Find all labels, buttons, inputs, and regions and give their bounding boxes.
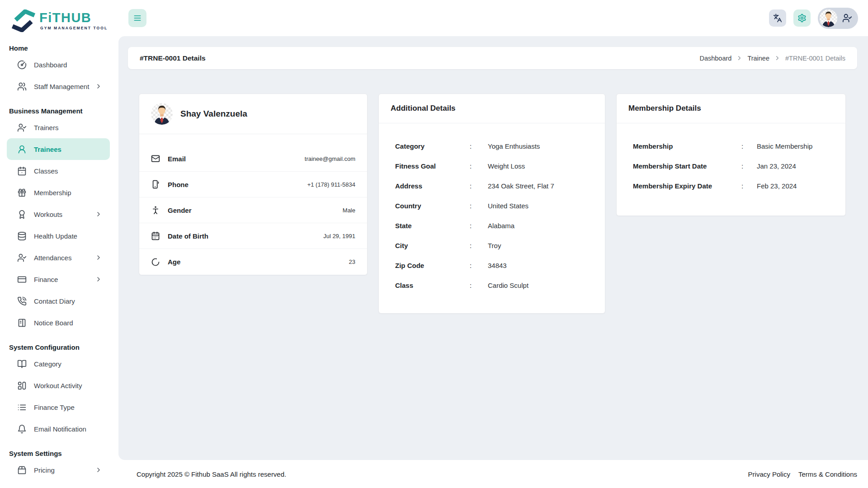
sidebar-item-label: Health Update bbox=[34, 232, 77, 240]
sidebar-item-finance-type[interactable]: Finance Type bbox=[0, 396, 118, 418]
profile-row-phone: Phone +1 (178) 911-5834 bbox=[139, 172, 367, 197]
profile-row-value: Jul 29, 1991 bbox=[323, 233, 355, 239]
detail-row-city: City : Troy bbox=[395, 235, 589, 255]
main-area: #TRNE-0001 Details DashboardTrainee#TRNE… bbox=[118, 0, 868, 488]
chevron-right-icon bbox=[95, 466, 102, 474]
detail-row-colon: : bbox=[470, 242, 488, 249]
profile-row-gender: Gender Male bbox=[139, 197, 367, 223]
detail-row-colon: : bbox=[741, 142, 757, 150]
detail-row-label: Category bbox=[395, 142, 470, 150]
detail-row-fitness-goal: Fitness Goal : Weight Loss bbox=[395, 156, 589, 176]
sidebar-section-system-configuration: System Configuration bbox=[0, 343, 118, 351]
detail-row-value: Yoga Enthusiasts bbox=[488, 142, 589, 150]
sidebar-item-trainers[interactable]: Trainers bbox=[0, 117, 118, 138]
detail-row-colon: : bbox=[470, 162, 488, 170]
detail-row-value: Alabama bbox=[488, 222, 589, 230]
sidebar-item-pricing[interactable]: Pricing bbox=[0, 459, 118, 481]
sidebar-item-finance[interactable]: Finance bbox=[0, 268, 118, 290]
sidebar-item-workout-activity[interactable]: Workout Activity bbox=[0, 375, 118, 396]
detail-row-membership: Membership : Basic Membership bbox=[633, 136, 829, 156]
user-icon bbox=[17, 145, 27, 154]
sidebar-section-home: Home bbox=[0, 44, 118, 52]
detail-row-label: Country bbox=[395, 202, 470, 210]
profile-row-label: Date of Birth bbox=[168, 232, 208, 240]
detail-row-label: Membership bbox=[633, 142, 741, 150]
gauge-icon bbox=[17, 60, 27, 70]
footer-links: Privacy PolicyTerms & Conditions bbox=[748, 470, 857, 478]
sidebar-item-trainees[interactable]: Trainees bbox=[7, 138, 110, 160]
sidebar-item-label: Category bbox=[34, 360, 61, 368]
footer-link-privacy-policy[interactable]: Privacy Policy bbox=[748, 470, 790, 478]
user-avatar bbox=[820, 9, 837, 27]
topbar bbox=[118, 0, 868, 36]
calendar-icon bbox=[17, 166, 27, 176]
loader-icon bbox=[151, 258, 160, 267]
detail-row-country: Country : United States bbox=[395, 196, 589, 216]
profile-row-value: +1 (178) 911-5834 bbox=[307, 181, 355, 188]
sidebar-item-dashboard[interactable]: Dashboard bbox=[0, 54, 118, 75]
trainee-profile-card: Shay Valenzuela Email trainee@gmail.com … bbox=[139, 94, 368, 275]
package-icon bbox=[17, 465, 27, 475]
notebook-icon bbox=[17, 318, 27, 328]
breadcrumb-item-trainee[interactable]: Trainee bbox=[747, 55, 769, 62]
chevron-right-icon bbox=[95, 211, 102, 218]
detail-row-colon: : bbox=[741, 162, 757, 170]
translate-button[interactable] bbox=[769, 9, 786, 27]
sidebar-item-notice-board[interactable]: Notice Board bbox=[0, 312, 118, 333]
sidebar-item-email-notification[interactable]: Email Notification bbox=[0, 418, 118, 440]
content-area: #TRNE-0001 Details DashboardTrainee#TRNE… bbox=[118, 36, 868, 460]
membership-details-card: Membership Details Membership : Basic Me… bbox=[616, 94, 846, 216]
detail-row-colon: : bbox=[470, 202, 488, 210]
additional-details-title: Additional Details bbox=[379, 94, 605, 123]
footer: Copyright 2025 © Fithub SaaS All rights … bbox=[118, 460, 868, 488]
detail-row-value: Weight Loss bbox=[488, 162, 589, 170]
sidebar-item-classes[interactable]: Classes bbox=[0, 160, 118, 182]
detail-row-zip-code: Zip Code : 34843 bbox=[395, 255, 589, 275]
menu-button[interactable] bbox=[128, 9, 146, 27]
page-header: #TRNE-0001 Details DashboardTrainee#TRNE… bbox=[128, 47, 857, 69]
detail-row-colon: : bbox=[470, 142, 488, 150]
detail-row-value: Troy bbox=[488, 242, 589, 249]
sidebar-section-system-settings: System Settings bbox=[0, 450, 118, 457]
sidebar-item-category[interactable]: Category bbox=[0, 353, 118, 375]
sidebar-item-staff-management[interactable]: Staff Management bbox=[0, 75, 118, 97]
brand-logo[interactable]: FiTHUB GYM MANAGEMENT TOOL bbox=[0, 5, 118, 34]
detail-row-label: Fitness Goal bbox=[395, 162, 470, 170]
detail-row-colon: : bbox=[470, 282, 488, 289]
settings-button[interactable] bbox=[793, 9, 811, 27]
detail-row-value: Feb 23, 2024 bbox=[757, 182, 829, 190]
detail-row-state: State : Alabama bbox=[395, 216, 589, 235]
breadcrumb-item-trne-0001-details: #TRNE-0001 Details bbox=[785, 55, 845, 62]
profile-row-email: Email trainee@gmail.com bbox=[139, 146, 367, 172]
app-root: FiTHUB GYM MANAGEMENT TOOL Home Dashboar… bbox=[0, 0, 868, 488]
sidebar-item-label: Email Notification bbox=[34, 425, 86, 433]
sidebar-item-workouts[interactable]: Workouts bbox=[0, 203, 118, 225]
sidebar-item-health-update[interactable]: Health Update bbox=[0, 225, 118, 247]
smartphone-icon bbox=[151, 180, 160, 189]
sidebar-item-label: Workouts bbox=[34, 211, 62, 218]
sidebar-item-label: Notice Board bbox=[34, 319, 73, 327]
sidebar-item-label: Membership bbox=[34, 189, 71, 197]
sidebar-item-contact-diary[interactable]: Contact Diary bbox=[0, 290, 118, 312]
award-icon bbox=[17, 210, 27, 219]
chevron-right-icon bbox=[95, 83, 102, 90]
detail-row-value: United States bbox=[488, 202, 589, 210]
detail-row-value: 34843 bbox=[488, 262, 589, 269]
detail-row-label: Address bbox=[395, 182, 470, 190]
sidebar-item-membership[interactable]: Membership bbox=[0, 182, 118, 203]
profile-row-label: Email bbox=[168, 155, 186, 163]
shapes-icon bbox=[17, 381, 27, 390]
detail-row-address: Address : 234 Oak Street, Flat 7 bbox=[395, 176, 589, 196]
detail-row-label: City bbox=[395, 242, 470, 249]
footer-link-terms-conditions[interactable]: Terms & Conditions bbox=[798, 470, 857, 478]
profile-row-label: Age bbox=[168, 258, 180, 266]
breadcrumb-item-dashboard[interactable]: Dashboard bbox=[699, 55, 731, 62]
sidebar-item-attendances[interactable]: Attendances bbox=[0, 247, 118, 268]
users-icon bbox=[17, 82, 27, 91]
profile-menu-button[interactable] bbox=[818, 8, 858, 29]
sidebar-item-label: Attendances bbox=[34, 254, 71, 262]
detail-row-label: Class bbox=[395, 282, 470, 289]
detail-row-colon: : bbox=[470, 262, 488, 269]
detail-row-label: Zip Code bbox=[395, 262, 470, 269]
calendar-days-icon bbox=[151, 231, 160, 240]
